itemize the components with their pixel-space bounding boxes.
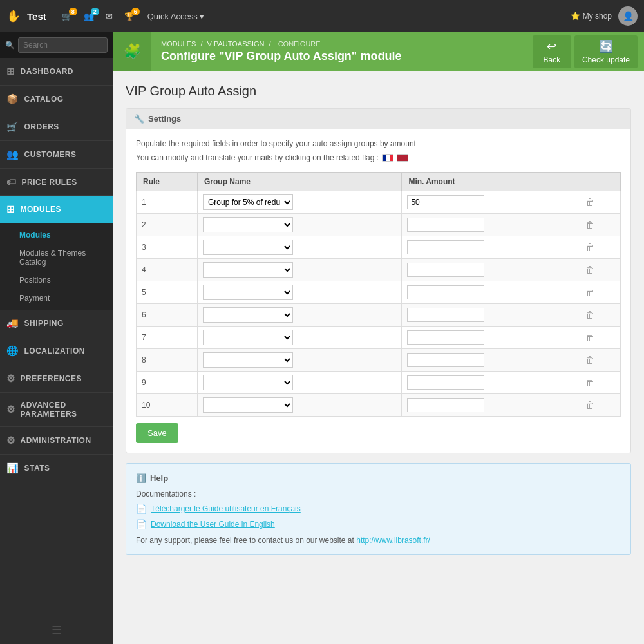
- sidebar-item-advanced[interactable]: ⚙ ADVANCED PARAMETERS: [0, 393, 113, 427]
- amount-input[interactable]: [407, 218, 484, 232]
- amount-input[interactable]: [407, 195, 484, 209]
- group-select[interactable]: Group for 5% of reductionGroup for 10% o…: [203, 397, 293, 413]
- help-icon: ℹ️: [136, 473, 146, 483]
- sidebar-item-price-rules[interactable]: 🏷 PRICE RULES: [0, 169, 113, 196]
- sidebar-item-shipping[interactable]: 🚚 SHIPPING: [0, 310, 113, 337]
- sidebar-sub-item-payment[interactable]: Payment: [0, 289, 113, 307]
- sidebar-item-modules[interactable]: ⊞ MODULES: [0, 196, 113, 223]
- delete-row-button[interactable]: 🗑: [585, 197, 594, 207]
- sidebar-sub-modules: Modules Modules & Themes Catalog Positio…: [0, 223, 113, 310]
- sidebar-item-stats[interactable]: 📊 STATS: [0, 455, 113, 482]
- sidebar: 🔍 ⊞ DASHBOARD 📦 CATALOG 🛒 ORDERS 👥 CUSTO…: [0, 32, 113, 644]
- rule-delete-cell: 🗑: [580, 349, 621, 372]
- localization-icon: 🌐: [6, 345, 19, 357]
- rule-delete-cell: 🗑: [580, 236, 621, 259]
- group-select[interactable]: Group for 5% of reductionGroup for 10% o…: [203, 240, 293, 255]
- group-select[interactable]: Group for 5% of reductionGroup for 10% o…: [203, 307, 293, 323]
- rule-delete-cell: 🗑: [580, 394, 621, 417]
- mail-icon[interactable]: ✉: [106, 12, 113, 21]
- group-select[interactable]: Group for 5% of reductionGroup for 10% o…: [203, 217, 293, 232]
- rule-delete-cell: 🗑: [580, 214, 621, 236]
- delete-row-button[interactable]: 🗑: [585, 310, 594, 320]
- trophy-badge: 6: [131, 8, 140, 15]
- delete-row-button[interactable]: 🗑: [585, 332, 594, 343]
- group-select[interactable]: Group for 5% of reductionGroup for 10% o…: [203, 194, 293, 210]
- sidebar-sub-item-positions[interactable]: Positions: [0, 271, 113, 289]
- amount-input[interactable]: [407, 263, 484, 277]
- dashboard-icon: ⊞: [6, 66, 15, 77]
- sidebar-item-customers[interactable]: 👥 CUSTOMERS: [0, 141, 113, 169]
- rule-amount-cell: [402, 236, 580, 259]
- page-title: Configure "VIP Group Auto Assign" module: [161, 50, 523, 63]
- back-button[interactable]: ↩ Back: [533, 35, 571, 68]
- group-select[interactable]: Group for 5% of reductionGroup for 10% o…: [203, 352, 293, 368]
- sidebar-toggle[interactable]: ☰: [0, 617, 113, 644]
- flag-fr[interactable]: [382, 154, 393, 162]
- group-select[interactable]: Group for 5% of reductionGroup for 10% o…: [203, 330, 293, 345]
- amount-input[interactable]: [407, 240, 484, 254]
- amount-input[interactable]: [407, 285, 484, 299]
- amount-input[interactable]: [407, 398, 484, 412]
- amount-input[interactable]: [407, 353, 484, 367]
- delete-row-button[interactable]: 🗑: [585, 220, 594, 230]
- table-row: 3Group for 5% of reductionGroup for 10% …: [137, 236, 621, 259]
- delete-row-button[interactable]: 🗑: [585, 377, 594, 388]
- check-update-button[interactable]: 🔄 Check update: [574, 35, 638, 68]
- search-container: 🔍: [0, 32, 113, 58]
- rules-table: Rule Group Name Min. Amount 1Group for 5…: [136, 172, 621, 417]
- rule-amount-cell: [402, 394, 580, 417]
- amount-input[interactable]: [407, 375, 484, 390]
- save-button[interactable]: Save: [136, 423, 178, 443]
- rule-number: 4: [137, 259, 198, 281]
- link-en[interactable]: Download the User Guide in English: [151, 520, 275, 529]
- contact-url[interactable]: http://www.librasoft.fr/: [356, 536, 430, 545]
- sidebar-sub-item-modules-themes[interactable]: Modules & Themes Catalog: [0, 244, 113, 271]
- rule-amount-cell: [402, 191, 580, 214]
- trophy-icon[interactable]: 🏆 6: [124, 12, 135, 21]
- modules-icon: ⊞: [6, 204, 15, 215]
- sidebar-item-administration[interactable]: ⚙ ADMINISTRATION: [0, 427, 113, 455]
- delete-row-button[interactable]: 🗑: [585, 265, 594, 275]
- cart-icon[interactable]: 🛒 8: [62, 12, 72, 21]
- breadcrumb-vipautoassign[interactable]: VIPAUTOASSIGN: [207, 40, 265, 48]
- delete-row-button[interactable]: 🗑: [585, 355, 594, 365]
- rule-group-cell: Group for 5% of reductionGroup for 10% o…: [198, 304, 402, 327]
- col-delete: [580, 173, 621, 191]
- rule-number: 5: [137, 281, 198, 304]
- wrench-icon: 🔧: [134, 114, 144, 124]
- rule-group-cell: Group for 5% of reductionGroup for 10% o…: [198, 259, 402, 281]
- sidebar-item-localization[interactable]: 🌐 LOCALIZATION: [0, 337, 113, 365]
- top-navigation: ✋ Test 🛒 8 👥 2 ✉ 🏆 6 Quick Access ▾ ⭐ My…: [0, 0, 644, 32]
- amount-input[interactable]: [407, 330, 484, 345]
- flag-us[interactable]: [397, 154, 408, 162]
- catalog-icon: 📦: [6, 93, 19, 105]
- search-input[interactable]: [18, 37, 108, 53]
- group-select[interactable]: Group for 5% of reductionGroup for 10% o…: [203, 285, 293, 300]
- rule-amount-cell: [402, 304, 580, 327]
- sidebar-sub-item-modules[interactable]: Modules: [0, 226, 113, 244]
- settings-card-body: Populate the required fields in order to…: [126, 129, 630, 453]
- group-select[interactable]: Group for 5% of reductionGroup for 10% o…: [203, 375, 293, 390]
- desc1: Populate the required fields in order to…: [136, 139, 621, 148]
- quick-access-btn[interactable]: Quick Access ▾: [147, 12, 205, 21]
- sidebar-item-orders[interactable]: 🛒 ORDERS: [0, 113, 113, 141]
- sidebar-item-preferences[interactable]: ⚙ PREFERENCES: [0, 365, 113, 393]
- group-select[interactable]: Group for 5% of reductionGroup for 10% o…: [203, 262, 293, 278]
- link-fr[interactable]: Télécharger le Guide utilisateur en Fran…: [151, 504, 301, 513]
- delete-row-button[interactable]: 🗑: [585, 287, 594, 298]
- amount-input[interactable]: [407, 308, 484, 322]
- sidebar-item-dashboard[interactable]: ⊞ DASHBOARD: [0, 58, 113, 86]
- delete-row-button[interactable]: 🗑: [585, 242, 594, 252]
- breadcrumb-modules[interactable]: MODULES: [161, 40, 196, 48]
- my-shop-btn[interactable]: ⭐ My shop: [571, 12, 612, 21]
- main-layout: 🔍 ⊞ DASHBOARD 📦 CATALOG 🛒 ORDERS 👥 CUSTO…: [0, 32, 644, 644]
- rule-delete-cell: 🗑: [580, 281, 621, 304]
- avatar[interactable]: 👤: [618, 6, 638, 26]
- users-icon[interactable]: 👥 2: [84, 12, 94, 21]
- rule-amount-cell: [402, 349, 580, 372]
- sidebar-item-catalog[interactable]: 📦 CATALOG: [0, 86, 113, 113]
- pdf-icon-fr: 📄: [136, 504, 147, 514]
- rule-amount-cell: [402, 214, 580, 236]
- help-contact: For any support, please feel free to con…: [136, 536, 621, 545]
- delete-row-button[interactable]: 🗑: [585, 400, 594, 410]
